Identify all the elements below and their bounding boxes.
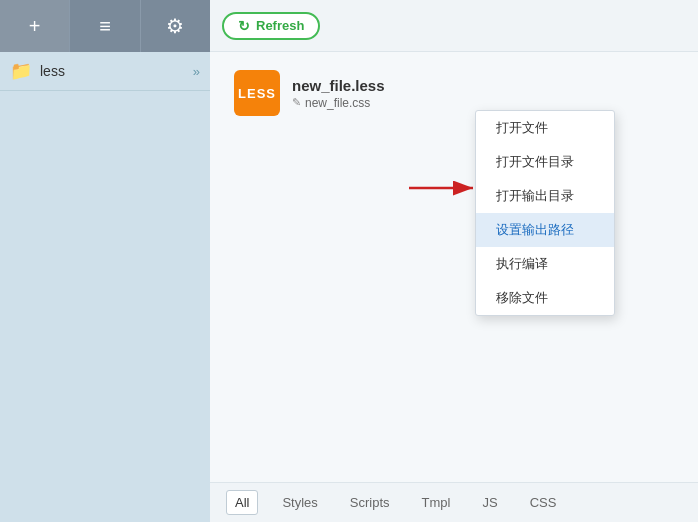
main-content: LESS new_file.less ✎ new_file.css [210,52,698,482]
tab-scripts[interactable]: Scripts [342,491,398,514]
tab-bar: All Styles Scripts Tmpl JS CSS [210,482,698,522]
menu-item-compile[interactable]: 执行编译 [476,247,614,281]
folder-row[interactable]: 📁 less » [0,52,210,91]
context-menu: 打开文件 打开文件目录 打开输出目录 设置输出路径 执行编译 移除文件 [475,110,615,316]
file-button[interactable]: ≡ [70,0,140,52]
refresh-button[interactable]: ↻ Refresh [222,12,320,40]
add-button[interactable]: + [0,0,70,52]
tab-js[interactable]: JS [474,491,505,514]
file-info: new_file.less ✎ new_file.css [292,77,385,110]
tab-styles[interactable]: Styles [274,491,325,514]
menu-item-remove-file[interactable]: 移除文件 [476,281,614,315]
menu-item-open-file-dir[interactable]: 打开文件目录 [476,145,614,179]
toolbar: + ≡ ⚙ [0,0,210,52]
main-panel: ↻ Refresh LESS new_file.less ✎ new_file.… [210,0,698,522]
refresh-icon: ↻ [238,18,250,34]
gear-icon: ⚙ [166,14,184,38]
settings-button[interactable]: ⚙ [141,0,210,52]
menu-item-open-file[interactable]: 打开文件 [476,111,614,145]
tab-css[interactable]: CSS [522,491,565,514]
file-badge: LESS [234,70,280,116]
add-icon: + [29,15,41,38]
arrow-indicator [405,170,485,210]
file-sub: ✎ new_file.css [292,96,385,110]
file-icon: ≡ [99,15,111,38]
expand-arrows[interactable]: » [193,64,200,79]
folder-icon: 📁 [10,60,32,82]
file-name: new_file.less [292,77,385,94]
menu-item-set-output-path[interactable]: 设置输出路径 [476,213,614,247]
file-css-name: new_file.css [305,96,370,110]
tab-all[interactable]: All [226,490,258,515]
main-toolbar: ↻ Refresh [210,0,698,52]
edit-icon: ✎ [292,96,301,109]
folder-name: less [40,63,193,79]
menu-item-open-output-dir[interactable]: 打开输出目录 [476,179,614,213]
sidebar: + ≡ ⚙ 📁 less » [0,0,210,522]
tab-tmpl[interactable]: Tmpl [414,491,459,514]
refresh-label: Refresh [256,18,304,33]
sidebar-content [0,91,210,522]
